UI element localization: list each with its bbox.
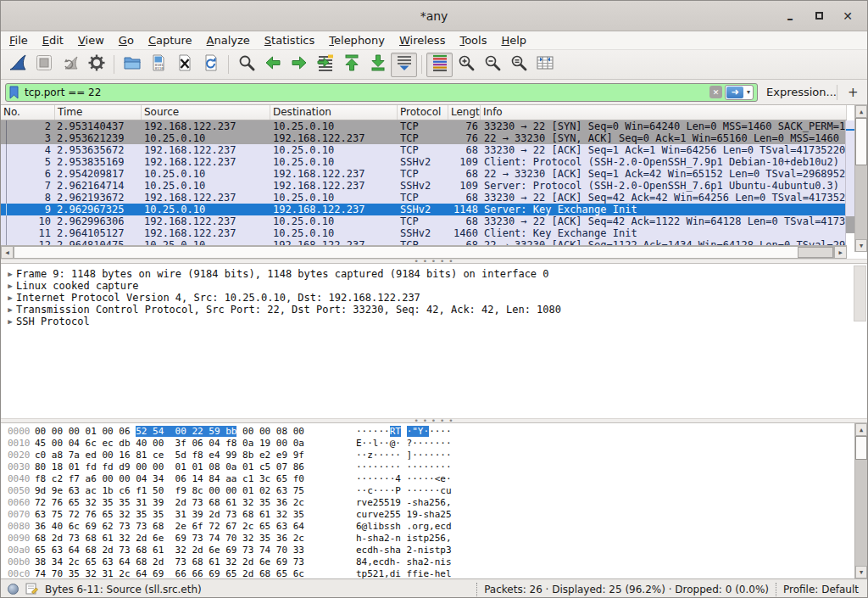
menu-go[interactable]: Go [119,34,134,47]
packet-row[interactable]: 122.96481047510.25.0.10192.168.122.237TC… [1,239,847,245]
menu-wireless[interactable]: Wireless [399,34,445,47]
zoom-original-button[interactable] [505,53,531,77]
packet-row[interactable]: 72.96216471410.25.0.10192.168.122.237SSH… [1,180,847,192]
detail-item[interactable]: ▶Transmission Control Protocol, Src Port… [1,304,867,316]
column-header-source[interactable]: Source [142,105,270,120]
hex-row[interactable]: 009068 2d 73 68 61 32 2d 6e 69 73 74 70 … [1,533,867,545]
scroll-left-icon[interactable]: ◀ [1,246,14,259]
scroll-down-icon[interactable]: ▼ [855,566,867,578]
column-header-info[interactable]: Info [481,105,847,120]
packet-row[interactable]: 42.953635672192.168.122.23710.25.0.10TCP… [1,144,847,156]
detail-item[interactable]: ▶Internet Protocol Version 4, Src: 10.25… [1,292,867,304]
capture-options-button[interactable] [83,53,109,77]
add-filter-button[interactable]: + [846,85,860,100]
minimize-icon[interactable]: – [782,8,798,24]
expand-arrow-icon[interactable]: ▶ [4,292,16,304]
packet-row[interactable]: 32.95362123910.25.0.10192.168.122.237TCP… [1,132,847,144]
hex-row[interactable]: 0020c0 a8 7a ed 00 16 81 ce 5d f8 e4 99 … [1,450,867,461]
open-file-button[interactable] [119,53,145,77]
packet-row[interactable]: 52.953835169192.168.122.23710.25.0.10SSH… [1,156,847,168]
expand-arrow-icon[interactable]: ▶ [4,280,16,292]
close-icon[interactable]: ✕ [840,8,855,24]
filter-history-dropdown-icon[interactable]: ▾ [745,88,752,96]
packet-row[interactable]: 62.95420981710.25.0.10192.168.122.237TCP… [1,168,847,180]
zoom-out-button[interactable] [479,53,505,77]
scroll-up-icon[interactable]: ▲ [855,105,867,118]
hex-row[interactable]: 0040f8 c2 f7 a6 00 00 04 34 06 14 84 aa … [1,473,867,485]
expand-arrow-icon[interactable]: ▶ [4,268,16,280]
menu-analyze[interactable]: Analyze [207,34,250,47]
filter-bookmark-icon[interactable] [8,86,19,99]
scroll-right-icon[interactable]: ▶ [834,246,847,259]
expression-button[interactable]: Expression... [766,86,837,98]
packet-row[interactable]: 102.962996306192.168.122.23710.25.0.10TC… [1,215,847,227]
menu-tools[interactable]: Tools [459,34,487,47]
hex-row[interactable]: 003080 18 01 fd fd d9 00 00 01 01 08 0a … [1,461,867,473]
resize-columns-button[interactable] [531,53,558,77]
packet-row[interactable]: 22.953140437192.168.122.23710.25.0.10TCP… [1,120,847,132]
packet-row[interactable]: 82.962193672192.168.122.23710.25.0.10TCP… [1,192,847,204]
go-forward-button[interactable] [286,53,312,77]
colorize-button[interactable] [426,53,453,77]
status-profile[interactable]: Profile: Default [783,584,859,595]
menu-capture[interactable]: Capture [148,34,192,47]
go-back-button[interactable] [259,53,286,77]
packet-row[interactable]: 112.964105127192.168.122.23710.25.0.10SS… [1,227,847,239]
hex-vscrollbar[interactable]: ▲ ▼ [854,423,867,578]
expand-arrow-icon[interactable]: ▶ [4,304,16,316]
go-to-bottom-button[interactable] [364,53,391,77]
expert-info-icon[interactable] [8,584,19,595]
go-to-packet-button[interactable] [312,53,338,77]
detail-item[interactable]: ▶Linux cooked capture [1,280,867,292]
start-capture-button[interactable] [4,53,31,77]
menu-view[interactable]: View [78,34,104,47]
hex-row[interactable]: 006072 76 65 32 35 35 31 39 2d 73 68 61 … [1,497,867,509]
hex-row[interactable]: 00a065 63 64 68 2d 73 68 61 32 2d 6e 69 … [1,545,867,556]
display-filter-input[interactable]: tcp.port == 22 ✕ ➜ ▾ [5,83,758,102]
menu-help[interactable]: Help [501,34,526,47]
packet-list-minimap[interactable] [845,120,854,245]
details-scrollbar[interactable] [854,265,866,321]
column-header-time[interactable]: Time [55,105,142,120]
detail-item[interactable]: ▶Frame 9: 1148 bytes on wire (9184 bits)… [1,268,867,280]
hex-row[interactable]: 008036 40 6c 69 62 73 73 68 2e 6f 72 67 … [1,521,867,533]
packet-list-vscrollbar[interactable]: ▲ ▼ [854,105,867,252]
reload-file-button[interactable] [198,53,224,77]
hex-row[interactable]: 001045 00 04 6c ec db 40 00 3f 06 04 f8 … [1,438,867,450]
maximize-icon[interactable] [811,8,826,24]
column-header-no[interactable]: No. [1,105,55,120]
menu-statistics[interactable]: Statistics [264,34,314,47]
clear-filter-icon[interactable]: ✕ [709,86,722,98]
packet-row[interactable]: 92.96296732510.25.0.10192.168.122.237SSH… [1,204,847,215]
menu-edit[interactable]: Edit [42,34,64,47]
hex-row[interactable]: 00509d 9e 63 ac 1b c6 f1 50 f9 8c 00 00 … [1,485,867,497]
close-file-button[interactable] [171,53,198,77]
hex-row[interactable]: 007063 75 72 76 65 32 35 35 31 39 2d 73 … [1,509,867,521]
stop-capture-button[interactable] [31,53,57,77]
go-to-top-button[interactable] [338,53,364,77]
annotation-icon[interactable] [25,582,38,597]
restart-capture-button[interactable] [57,53,83,77]
scrollbar-thumb[interactable] [855,118,867,165]
scroll-up-icon[interactable]: ▲ [855,423,867,436]
menu-telephony[interactable]: Telephony [329,34,385,47]
scrollbar-thumb[interactable] [855,436,867,460]
auto-scroll-button[interactable] [391,53,417,77]
scroll-down-icon[interactable]: ▼ [855,239,867,252]
hex-row[interactable]: 00c074 70 35 32 31 2c 64 69 66 66 69 65 … [1,568,867,580]
packet-list-hscrollbar[interactable]: ◀ ▶ [1,245,847,259]
find-packet-button[interactable] [233,53,259,77]
expand-arrow-icon[interactable]: ▶ [4,316,16,327]
save-file-button[interactable]: 01010110 [145,53,171,77]
hex-row[interactable]: 000000 00 00 01 00 06 52 54 00 22 59 bb … [1,426,867,438]
hex-row[interactable]: 00b038 34 2c 65 63 64 68 2d 73 68 61 32 … [1,556,867,568]
column-header-protocol[interactable]: Protocol [398,105,448,120]
filter-value[interactable]: tcp.port == 22 [22,87,707,98]
zoom-in-button[interactable] [453,53,479,77]
menu-file[interactable]: File [9,34,28,47]
detail-item[interactable]: ▶SSH Protocol [1,316,867,327]
scrollbar-thumb[interactable] [798,247,833,258]
apply-filter-icon[interactable]: ➜ [726,87,743,98]
column-header-destination[interactable]: Destination [270,105,398,120]
column-header-length[interactable]: Length [448,105,481,120]
